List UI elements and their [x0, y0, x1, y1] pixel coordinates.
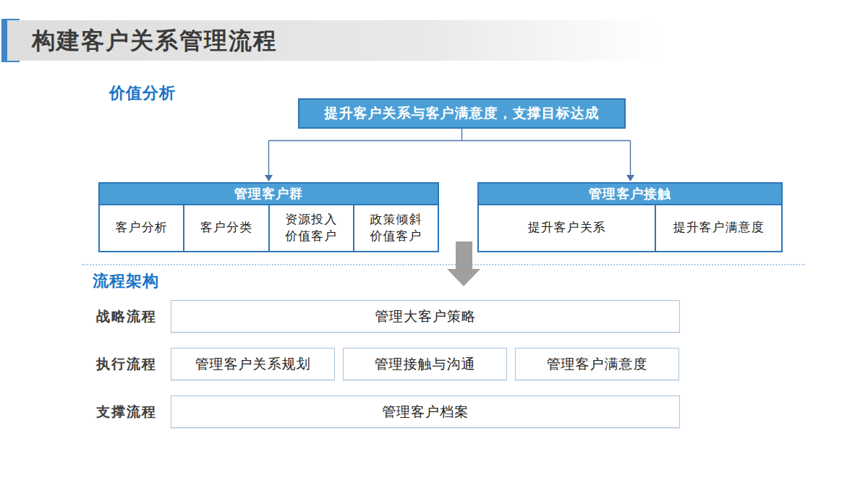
- row-label: 执行流程: [96, 348, 157, 380]
- process-box: 管理客户满意度: [515, 348, 679, 380]
- slide-canvas: 构建客户关系管理流程 价值分析 提升客户关系与客户满意度，支撑目标达成 管理客户…: [0, 0, 868, 488]
- row-label: 支撑流程: [96, 395, 157, 428]
- section-label-value-analysis: 价值分析: [109, 82, 176, 104]
- goal-box: 提升客户关系与客户满意度，支撑目标达成: [298, 98, 626, 129]
- group-cell: 资源投入 价值客户: [268, 205, 353, 251]
- page-title: 构建客户关系管理流程: [7, 20, 774, 61]
- down-arrow-shaft: [456, 241, 472, 270]
- section-label-process-architecture: 流程架构: [93, 270, 159, 292]
- process-row-execution: 执行流程 管理客户关系规划 管理接触与沟通 管理客户满意度: [0, 348, 868, 380]
- arrowhead-down-left: [265, 175, 273, 181]
- row-label: 战略流程: [96, 300, 157, 333]
- group-body: 提升客户关系 提升客户满意度: [479, 204, 781, 251]
- group-cell: 政策倾斜 价值客户: [353, 205, 438, 251]
- process-box: 管理接触与沟通: [343, 348, 507, 380]
- section-divider: [82, 264, 805, 265]
- down-arrow-head: [447, 269, 480, 286]
- group-cell: 提升客户关系: [479, 205, 655, 251]
- group-header: 管理客户群: [100, 184, 438, 204]
- arrowhead-down-right: [626, 175, 634, 181]
- group-cell: 提升客户满意度: [655, 205, 781, 251]
- process-box: 管理大客户策略: [171, 300, 680, 333]
- title-bar: 构建客户关系管理流程: [7, 20, 774, 61]
- process-row-support: 支撑流程 管理客户档案: [0, 395, 868, 428]
- process-box: 管理客户关系规划: [171, 348, 335, 380]
- process-box: 管理客户档案: [171, 395, 680, 428]
- group-cell: 客户分析: [100, 205, 183, 251]
- group-cell: 客户分类: [183, 205, 268, 251]
- group-table-manage-customer-base: 管理客户群 客户分析 客户分类 资源投入 价值客户 政策倾斜 价值客户: [98, 182, 439, 252]
- group-header: 管理客户接触: [479, 184, 781, 204]
- group-table-manage-customer-contact: 管理客户接触 提升客户关系 提升客户满意度: [477, 182, 783, 252]
- group-body: 客户分析 客户分类 资源投入 价值客户 政策倾斜 价值客户: [100, 204, 438, 251]
- process-row-strategy: 战略流程 管理大客户策略: [0, 300, 868, 333]
